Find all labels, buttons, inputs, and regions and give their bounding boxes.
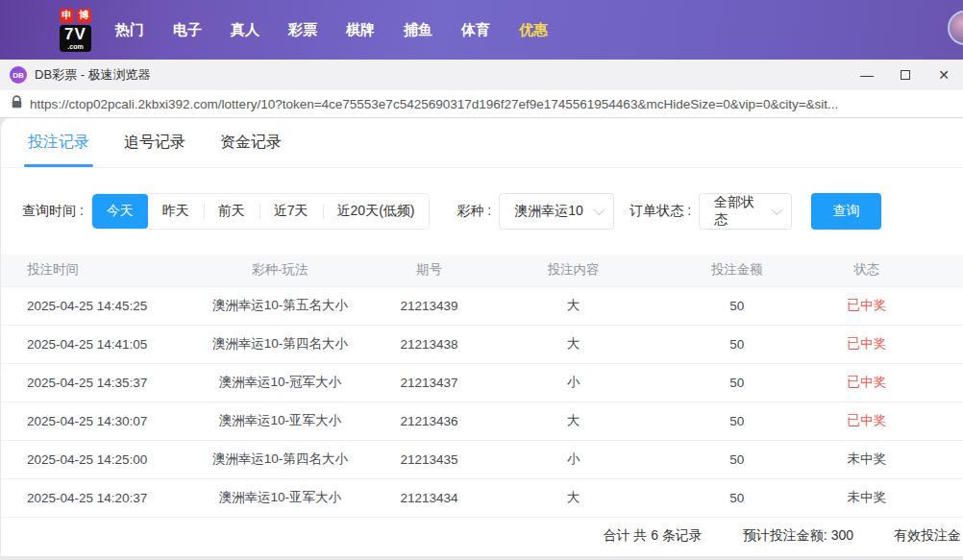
cell-bet-content: 大 bbox=[482, 478, 664, 517]
browser-favicon: DB bbox=[10, 66, 27, 84]
table-row: 2025-04-25 14:25:00 澳洲幸运10-第四名大小 2121343… bbox=[1, 440, 963, 478]
cell-filler bbox=[925, 402, 963, 440]
cell-status: 未中奖 bbox=[809, 478, 925, 517]
site-top-nav: 申 博 7V .com 热门 电子 真人 彩票 棋牌 捕鱼 体育 优惠 bbox=[0, 0, 963, 60]
time-option-today[interactable]: 今天 bbox=[92, 194, 148, 229]
cell-bet-content: 大 bbox=[482, 325, 664, 363]
cell-bet-content: 小 bbox=[482, 363, 664, 402]
window-controls: — ✕ bbox=[848, 60, 963, 90]
cell-lottery-play: 澳洲幸运10-第四名大小 bbox=[184, 440, 376, 478]
cell-bet-content: 小 bbox=[482, 440, 664, 478]
floating-avatar-icon[interactable] bbox=[948, 11, 963, 45]
cell-status: 已中奖 bbox=[809, 286, 925, 325]
logo-badge-shen: 申 bbox=[60, 9, 74, 23]
record-tabs: 投注记录 追号记录 资金记录 bbox=[1, 118, 963, 168]
lottery-records-page: 投注记录 追号记录 资金记录 查询时间 : 今天 昨天 前天 近7天 近20天(… bbox=[1, 118, 963, 556]
cell-status: 已中奖 bbox=[809, 363, 925, 402]
cell-bet-amount: 50 bbox=[665, 363, 809, 402]
time-option-day-before[interactable]: 前天 bbox=[204, 194, 259, 229]
time-range-group: 今天 昨天 前天 近7天 近20天(低频) bbox=[91, 193, 431, 230]
chevron-down-icon bbox=[594, 205, 605, 215]
header-bet-time: 投注时间 bbox=[1, 255, 184, 286]
header-status: 状态 bbox=[809, 255, 925, 286]
cell-bet-time: 2025-04-25 14:25:00 bbox=[1, 440, 184, 478]
table-row: 2025-04-25 14:35:37 澳洲幸运10-冠军大小 21213437… bbox=[1, 363, 963, 402]
nav-item-promo[interactable]: 优惠 bbox=[505, 21, 562, 39]
nav-item-fishing[interactable]: 捕鱼 bbox=[389, 21, 447, 39]
summary-bar: 合计 共 6 条记录 预计投注金额: 300 有效投注金 bbox=[1, 517, 963, 554]
chevron-down-icon bbox=[772, 205, 782, 215]
browser-url-bar: https://ctop02pcali.2kbxi392.com/lottery… bbox=[0, 90, 963, 118]
time-option-20days[interactable]: 近20天(低频) bbox=[323, 194, 430, 229]
time-option-yesterday[interactable]: 昨天 bbox=[148, 194, 204, 229]
cell-bet-amount: 50 bbox=[665, 478, 809, 517]
order-status-select[interactable]: 全部状态 bbox=[699, 193, 792, 230]
nav-item-live[interactable]: 真人 bbox=[216, 21, 274, 39]
lottery-select[interactable]: 澳洲幸运10 bbox=[499, 193, 614, 230]
maximize-icon bbox=[901, 70, 910, 80]
nav-item-sports[interactable]: 体育 bbox=[447, 21, 505, 39]
browser-viewport: 投注记录 追号记录 资金记录 查询时间 : 今天 昨天 前天 近7天 近20天(… bbox=[0, 118, 963, 560]
summary-total-records: 合计 共 6 条记录 bbox=[603, 527, 702, 545]
bet-records-table: 投注时间 彩种-玩法 期号 投注内容 投注金额 状态 2025-04-25 14… bbox=[1, 255, 963, 517]
close-button[interactable]: ✕ bbox=[925, 60, 963, 90]
minimize-button[interactable]: — bbox=[848, 60, 886, 90]
cell-bet-content: 大 bbox=[482, 286, 664, 325]
maximize-button[interactable] bbox=[886, 60, 925, 90]
window-title: DB彩票 - 极速浏览器 bbox=[35, 66, 151, 84]
cell-bet-amount: 50 bbox=[665, 402, 809, 440]
cell-bet-time: 2025-04-25 14:30:07 bbox=[1, 402, 184, 440]
time-option-7days[interactable]: 近7天 bbox=[259, 194, 323, 229]
cell-bet-time: 2025-04-25 14:20:37 bbox=[1, 478, 184, 517]
nav-item-chess[interactable]: 棋牌 bbox=[332, 21, 389, 39]
cell-bet-content: 大 bbox=[482, 402, 664, 440]
cell-bet-amount: 50 bbox=[665, 286, 809, 325]
tab-chase-records[interactable]: 追号记录 bbox=[124, 118, 185, 167]
nav-item-slots[interactable]: 电子 bbox=[159, 21, 216, 39]
bet-table-body: 2025-04-25 14:45:25 澳洲幸运10-第五名大小 2121343… bbox=[1, 286, 963, 517]
cell-filler bbox=[925, 325, 963, 363]
table-row: 2025-04-25 14:41:05 澳洲幸运10-第四名大小 2121343… bbox=[1, 325, 963, 363]
logo-main: 7V .com bbox=[60, 25, 91, 52]
summary-valid-amount: 有效投注金 bbox=[894, 527, 961, 545]
cell-status: 已中奖 bbox=[809, 325, 925, 363]
nav-item-hot[interactable]: 热门 bbox=[101, 21, 159, 39]
cell-lottery-play: 澳洲幸运10-第四名大小 bbox=[184, 325, 376, 363]
ssl-lock-icon bbox=[12, 95, 22, 112]
cell-status: 已中奖 bbox=[809, 402, 925, 440]
logo-badges: 申 博 bbox=[60, 9, 91, 23]
lottery-filter-label: 彩种 : bbox=[457, 203, 491, 220]
cell-issue-number: 21213434 bbox=[376, 478, 482, 517]
cell-filler bbox=[925, 478, 963, 517]
site-nav-menu: 热门 电子 真人 彩票 棋牌 捕鱼 体育 优惠 bbox=[101, 21, 562, 39]
nav-item-lottery[interactable]: 彩票 bbox=[274, 21, 332, 39]
header-issue-number: 期号 bbox=[376, 255, 482, 286]
site-logo[interactable]: 申 博 7V .com bbox=[60, 9, 91, 52]
header-bet-amount: 投注金额 bbox=[665, 255, 809, 286]
cell-lottery-play: 澳洲幸运10-亚军大小 bbox=[184, 402, 376, 440]
header-lottery-play: 彩种-玩法 bbox=[184, 255, 376, 286]
cell-lottery-play: 澳洲幸运10-亚军大小 bbox=[184, 478, 376, 517]
cell-bet-amount: 50 bbox=[665, 325, 809, 363]
filter-bar: 查询时间 : 今天 昨天 前天 近7天 近20天(低频) 彩种 : 澳洲幸运10… bbox=[22, 193, 963, 230]
address-input[interactable]: https://ctop02pcali.2kbxi392.com/lottery… bbox=[30, 97, 955, 111]
order-status-value: 全部状态 bbox=[714, 194, 764, 229]
cell-bet-time: 2025-04-25 14:35:37 bbox=[1, 363, 184, 402]
time-filter-label: 查询时间 : bbox=[22, 203, 84, 220]
cell-lottery-play: 澳洲幸运10-冠军大小 bbox=[184, 363, 376, 402]
browser-title-bar: DB DB彩票 - 极速浏览器 — ✕ bbox=[0, 60, 963, 90]
logo-badge-bo: 博 bbox=[77, 9, 91, 23]
cell-issue-number: 21213436 bbox=[376, 402, 482, 440]
tab-bet-records[interactable]: 投注记录 bbox=[28, 118, 89, 167]
logo-com-text: .com bbox=[64, 43, 86, 50]
tab-fund-records[interactable]: 资金记录 bbox=[220, 118, 282, 167]
cell-issue-number: 21213437 bbox=[376, 363, 482, 402]
table-row: 2025-04-25 14:20:37 澳洲幸运10-亚军大小 21213434… bbox=[1, 478, 963, 517]
order-status-label: 订单状态 : bbox=[630, 203, 691, 220]
table-row: 2025-04-25 14:30:07 澳洲幸运10-亚军大小 21213436… bbox=[1, 402, 963, 440]
query-button[interactable]: 查询 bbox=[811, 193, 881, 230]
table-row: 2025-04-25 14:45:25 澳洲幸运10-第五名大小 2121343… bbox=[1, 286, 963, 325]
cell-bet-time: 2025-04-25 14:41:05 bbox=[1, 325, 184, 363]
cell-filler bbox=[925, 363, 963, 402]
cell-bet-amount: 50 bbox=[665, 440, 809, 478]
